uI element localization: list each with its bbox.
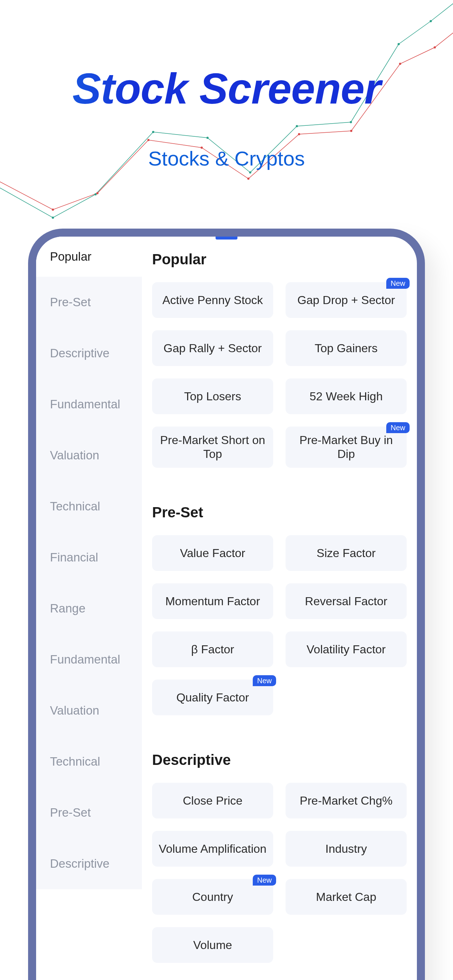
chip-grid-descriptive: Close PricePre-Market Chg%Volume Amplifi… [152, 783, 407, 963]
chip-label: Volume [193, 938, 232, 952]
filter-chip-pre-market-buy-in-dip[interactable]: Pre-Market Buy in DipNew [286, 426, 407, 468]
sidebar-item-technical-5[interactable]: Technical [36, 481, 142, 532]
chip-grid-pre-set: Value FactorSize FactorMomentum FactorRe… [152, 535, 407, 715]
svg-point-5 [249, 171, 251, 173]
chip-label: Gap Drop + Sector [297, 293, 395, 307]
filter-chip-52-week-high[interactable]: 52 Week High [286, 379, 407, 414]
chip-label: Top Losers [184, 390, 241, 403]
new-badge: New [253, 675, 276, 686]
phone-inner: PopularPre-SetDescriptiveFundamentalValu… [36, 237, 417, 980]
filter-chip-size-factor[interactable]: Size Factor [286, 535, 407, 571]
sidebar-item-technical-10[interactable]: Technical [36, 736, 142, 787]
chip-label: Quality Factor [176, 690, 249, 705]
svg-point-12 [52, 208, 54, 211]
svg-point-16 [247, 178, 249, 180]
filter-chip-volatility-factor[interactable]: Volatility Factor [286, 632, 407, 667]
new-badge: New [253, 875, 276, 886]
chip-label: Pre-Market Buy in Dip [291, 433, 402, 461]
filter-chip-country[interactable]: CountryNew [152, 879, 273, 915]
hero-title: Stock Screener [0, 64, 453, 113]
svg-point-3 [152, 131, 154, 133]
filter-chip-quality-factor[interactable]: Quality FactorNew [152, 679, 273, 715]
filter-chip-value-factor[interactable]: Value Factor [152, 535, 273, 571]
chip-label: Top Gainers [315, 341, 378, 355]
svg-point-2 [94, 193, 97, 196]
section-title-descriptive: Descriptive [152, 752, 407, 768]
chip-label: Volume Amplification [159, 842, 266, 856]
svg-point-9 [430, 20, 432, 22]
filter-chip-momentum-factor[interactable]: Momentum Factor [152, 583, 273, 619]
chip-label: Volatility Factor [307, 643, 386, 656]
sidebar-item-fundamental-8[interactable]: Fundamental [36, 634, 142, 685]
chip-label: Close Price [183, 794, 242, 808]
filter-chip-market-cap[interactable]: Market Cap [286, 879, 407, 915]
filter-chip-industry[interactable]: Industry [286, 831, 407, 867]
filter-chip-top-losers[interactable]: Top Losers [152, 379, 273, 414]
sidebar: PopularPre-SetDescriptiveFundamentalValu… [36, 237, 142, 980]
svg-point-13 [96, 192, 99, 194]
filter-chip-volume[interactable]: Volume [152, 927, 273, 963]
filter-chip-pre-market-short-on-top[interactable]: Pre-Market Short on Top [152, 426, 273, 468]
content-area: PopularActive Penny StockGap Drop + Sect… [142, 237, 417, 980]
chip-grid-popular: Active Penny StockGap Drop + SectorNewGa… [152, 282, 407, 468]
svg-point-20 [434, 46, 436, 48]
notch-indicator [215, 237, 238, 240]
svg-point-6 [296, 125, 298, 127]
filter-chip-close-price[interactable]: Close Price [152, 783, 273, 818]
filter-chip-pre-market-chg-[interactable]: Pre-Market Chg% [286, 783, 407, 818]
sidebar-item-descriptive-12[interactable]: Descriptive [36, 838, 142, 889]
svg-point-4 [206, 137, 209, 139]
section-title-pre-set: Pre-Set [152, 504, 407, 520]
chip-label: 52 Week High [309, 390, 383, 403]
chip-label: Pre-Market Chg% [300, 794, 392, 808]
filter-chip-active-penny-stock[interactable]: Active Penny Stock [152, 282, 273, 318]
new-badge: New [386, 422, 410, 433]
chip-label: Size Factor [317, 546, 376, 560]
svg-point-14 [147, 139, 150, 141]
svg-point-17 [298, 133, 300, 135]
chip-label: Market Cap [316, 890, 376, 904]
filter-chip-reversal-factor[interactable]: Reversal Factor [286, 583, 407, 619]
svg-point-18 [350, 130, 353, 132]
new-badge: New [386, 278, 410, 289]
filter-chip-volume-amplification[interactable]: Volume Amplification [152, 831, 273, 867]
svg-point-1 [52, 216, 54, 219]
sidebar-item-valuation-9[interactable]: Valuation [36, 685, 142, 736]
chip-label: Momentum Factor [165, 594, 260, 608]
svg-point-8 [397, 43, 400, 45]
svg-point-7 [350, 121, 352, 123]
sidebar-item-descriptive-2[interactable]: Descriptive [36, 328, 142, 379]
sidebar-item-pre-set-1[interactable]: Pre-Set [36, 277, 142, 328]
chip-label: Industry [325, 842, 367, 856]
chip-label: Reversal Factor [305, 594, 388, 608]
chip-label: Country [192, 890, 233, 904]
filter-chip-top-gainers[interactable]: Top Gainers [286, 330, 407, 366]
chip-label: β Factor [191, 643, 234, 656]
background-chart-decoration [0, 0, 453, 255]
filter-chip-gap-rally-sector[interactable]: Gap Rally + Sector [152, 330, 273, 366]
chip-label: Active Penny Stock [162, 293, 263, 307]
phone-frame: PopularPre-SetDescriptiveFundamentalValu… [28, 229, 425, 980]
sidebar-item-range-7[interactable]: Range [36, 583, 142, 634]
sidebar-item-valuation-4[interactable]: Valuation [36, 430, 142, 481]
sidebar-item-fundamental-3[interactable]: Fundamental [36, 379, 142, 430]
filter-chip-gap-drop-sector[interactable]: Gap Drop + SectorNew [286, 282, 407, 318]
section-title-popular: Popular [152, 251, 407, 267]
sidebar-item-popular-0[interactable]: Popular [36, 237, 142, 277]
chip-label: Pre-Market Short on Top [157, 433, 268, 461]
sidebar-item-pre-set-11[interactable]: Pre-Set [36, 787, 142, 838]
hero-subtitle: Stocks & Cryptos [0, 146, 453, 170]
chip-label: Value Factor [180, 546, 245, 560]
sidebar-item-financial-6[interactable]: Financial [36, 532, 142, 583]
chip-label: Gap Rally + Sector [163, 341, 262, 355]
filter-chip--factor[interactable]: β Factor [152, 632, 273, 667]
